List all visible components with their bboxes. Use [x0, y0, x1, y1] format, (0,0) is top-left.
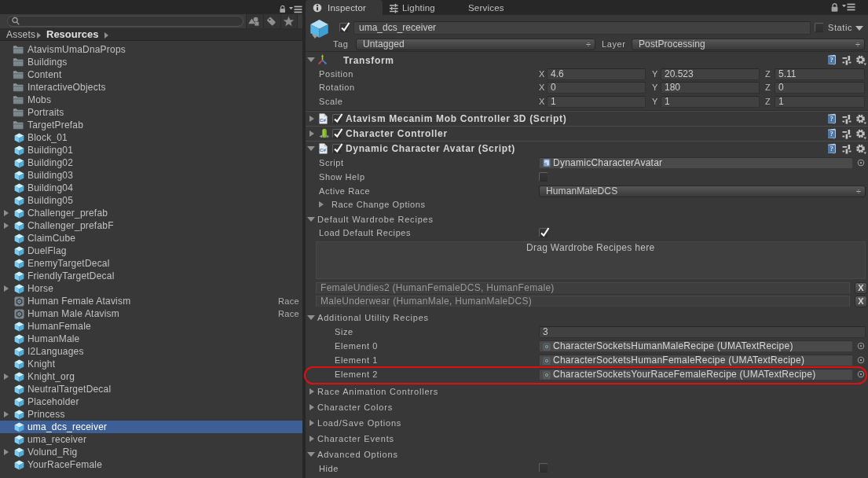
svg-text:C#: C# — [320, 147, 326, 153]
svg-text:c: c — [544, 161, 547, 166]
svg-text:C#: C# — [320, 117, 326, 123]
svg-text:?: ? — [830, 115, 833, 123]
svg-text:?: ? — [830, 56, 833, 64]
svg-text:?: ? — [830, 130, 833, 138]
svg-text:?: ? — [830, 145, 833, 153]
